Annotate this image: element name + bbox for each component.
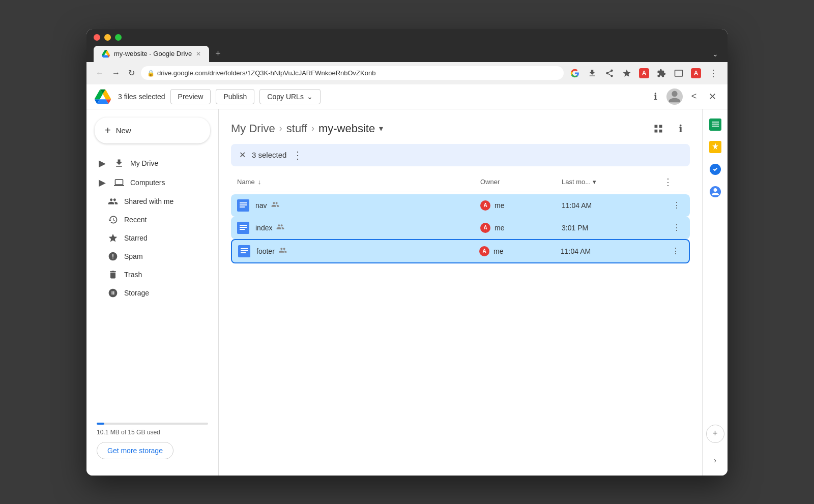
svg-rect-11 bbox=[241, 252, 246, 253]
name-column-header[interactable]: Name ↓ bbox=[237, 176, 480, 188]
info-button[interactable]: ℹ bbox=[672, 120, 690, 138]
sheets-panel-icon[interactable] bbox=[706, 115, 724, 134]
trash-label: Trash bbox=[124, 271, 142, 279]
modified-column-header[interactable]: Last mo... ▾ bbox=[562, 176, 663, 188]
info-icon[interactable]: ℹ bbox=[648, 90, 662, 104]
table-row[interactable]: footer A me 11:04 AM bbox=[231, 239, 690, 263]
publish-button[interactable]: Publish bbox=[216, 89, 254, 104]
clear-selection-button[interactable]: ✕ bbox=[239, 150, 246, 160]
address-input[interactable] bbox=[141, 66, 564, 80]
get-storage-button[interactable]: Get more storage bbox=[97, 442, 173, 459]
time-cell-nav: 11:04 AM bbox=[562, 201, 663, 210]
new-button[interactable]: + New bbox=[95, 117, 210, 143]
maximize-button[interactable] bbox=[115, 34, 122, 41]
sidebar-item-recent[interactable]: Recent bbox=[86, 211, 210, 229]
tab-close-btn[interactable]: ✕ bbox=[196, 50, 201, 57]
more-button-nav[interactable]: ⋮ bbox=[670, 198, 684, 213]
more-button-footer[interactable]: ⋮ bbox=[668, 244, 683, 258]
screen-mirror-icon[interactable] bbox=[672, 66, 686, 80]
people-svg-icon3 bbox=[279, 246, 287, 254]
close-toolbar-icon[interactable]: ✕ bbox=[705, 90, 719, 104]
browser-toolbar-right: A A ⋮ bbox=[568, 66, 720, 80]
add-panel-button[interactable]: + bbox=[706, 425, 724, 443]
actions-col-more-icon[interactable]: ⋮ bbox=[663, 177, 673, 187]
sidebar-item-spam[interactable]: Spam bbox=[86, 247, 210, 265]
people-svg-icon2 bbox=[276, 223, 284, 231]
owner-column-header[interactable]: Owner bbox=[480, 176, 562, 188]
keep-svg-icon bbox=[709, 141, 721, 153]
adblock2-icon[interactable]: A bbox=[689, 66, 703, 80]
owner-cell-index: A me bbox=[480, 223, 562, 233]
contacts-svg-icon bbox=[709, 186, 721, 198]
spam-label: Spam bbox=[124, 252, 143, 260]
lock-icon: 🔒 bbox=[147, 70, 155, 77]
grid-view-button[interactable] bbox=[649, 120, 667, 138]
sidebar-item-my-drive[interactable]: ▶ My Drive bbox=[86, 154, 210, 173]
browser-window: my-website - Google Drive ✕ + ⌄ ← → ↻ 🔒 bbox=[86, 29, 728, 476]
google-icon[interactable] bbox=[568, 66, 582, 80]
trash-icon bbox=[108, 270, 118, 280]
minimize-button[interactable] bbox=[104, 34, 111, 41]
tab-title: my-website - Google Drive bbox=[114, 50, 192, 57]
starred-label: Starred bbox=[124, 234, 148, 242]
google-logo-icon bbox=[570, 69, 579, 78]
forward-button[interactable]: → bbox=[110, 67, 122, 80]
extensions-icon[interactable] bbox=[654, 66, 668, 80]
selection-more-icon[interactable]: ⋮ bbox=[293, 149, 303, 161]
breadcrumb-current-text[interactable]: my-website bbox=[318, 122, 375, 135]
file-name-text-index: index bbox=[255, 223, 284, 232]
owner-text-nav: me bbox=[495, 201, 504, 210]
user-avatar[interactable] bbox=[666, 88, 683, 105]
computers-chevron-icon: ▶ bbox=[97, 177, 108, 188]
svg-rect-7 bbox=[240, 229, 245, 230]
doc-file-icon bbox=[237, 199, 249, 212]
svg-rect-9 bbox=[241, 248, 248, 249]
tasks-panel-icon[interactable] bbox=[706, 160, 724, 179]
storage-label: Storage bbox=[124, 289, 149, 297]
sidebar-item-storage[interactable]: Storage bbox=[86, 284, 210, 302]
browser-menu-icon[interactable]: ⋮ bbox=[706, 66, 720, 80]
breadcrumb-middle[interactable]: stuff bbox=[286, 122, 307, 135]
my-drive-icon bbox=[114, 158, 124, 168]
copy-urls-button[interactable]: Copy URLs ⌄ bbox=[259, 89, 321, 104]
file-list-header: Name ↓ Owner Last mo... ▾ ⋮ bbox=[231, 172, 690, 192]
breadcrumb-dropdown-icon[interactable]: ▾ bbox=[379, 124, 383, 133]
mirror-svg-icon bbox=[674, 69, 683, 78]
download-icon[interactable] bbox=[585, 66, 599, 80]
contacts-panel-icon[interactable] bbox=[706, 183, 724, 201]
doc-file-icon bbox=[238, 245, 250, 257]
more-button-index[interactable]: ⋮ bbox=[670, 221, 684, 235]
sidebar-item-starred[interactable]: Starred bbox=[86, 229, 210, 247]
header-actions: ℹ bbox=[649, 120, 690, 138]
reload-button[interactable]: ↻ bbox=[126, 66, 137, 80]
star-icon[interactable] bbox=[620, 66, 634, 80]
keep-panel-icon[interactable] bbox=[706, 138, 724, 156]
expand-panel-icon[interactable]: › bbox=[706, 451, 724, 469]
recent-label: Recent bbox=[124, 216, 147, 224]
new-plus-icon: + bbox=[105, 125, 111, 136]
table-row[interactable]: nav A me 11:04 AM bbox=[231, 194, 690, 217]
table-row[interactable]: index A me 3:01 PM bbox=[231, 217, 690, 239]
new-tab-button[interactable]: + bbox=[211, 46, 225, 61]
toolbar-share-icon[interactable]: < bbox=[687, 90, 701, 104]
time-cell-footer: 11:04 AM bbox=[561, 247, 662, 255]
active-tab[interactable]: my-website - Google Drive ✕ bbox=[94, 46, 209, 62]
preview-button[interactable]: Preview bbox=[170, 89, 211, 104]
selection-bar: ✕ 3 selected ⋮ bbox=[231, 144, 690, 166]
owner-col-label: Owner bbox=[480, 178, 500, 186]
selection-count-label: 3 selected bbox=[252, 151, 286, 159]
sidebar-item-shared[interactable]: Shared with me bbox=[86, 192, 210, 211]
drive-logo-icon bbox=[95, 88, 111, 105]
back-button[interactable]: ← bbox=[94, 67, 106, 80]
shared-people-icon-index bbox=[276, 223, 284, 232]
sidebar-nav: ▶ My Drive ▶ Computers bbox=[86, 154, 218, 414]
close-button[interactable] bbox=[94, 34, 100, 41]
sidebar-item-trash[interactable]: Trash bbox=[86, 265, 210, 284]
address-bar: ← → ↻ 🔒 bbox=[86, 62, 728, 84]
breadcrumb-root[interactable]: My Drive bbox=[231, 122, 275, 135]
svg-rect-6 bbox=[240, 227, 247, 228]
share-icon[interactable] bbox=[602, 66, 617, 80]
sidebar-item-computers[interactable]: ▶ Computers bbox=[86, 173, 210, 192]
file-name-cell-nav: nav bbox=[237, 199, 480, 212]
adblock-icon[interactable]: A bbox=[637, 66, 651, 80]
